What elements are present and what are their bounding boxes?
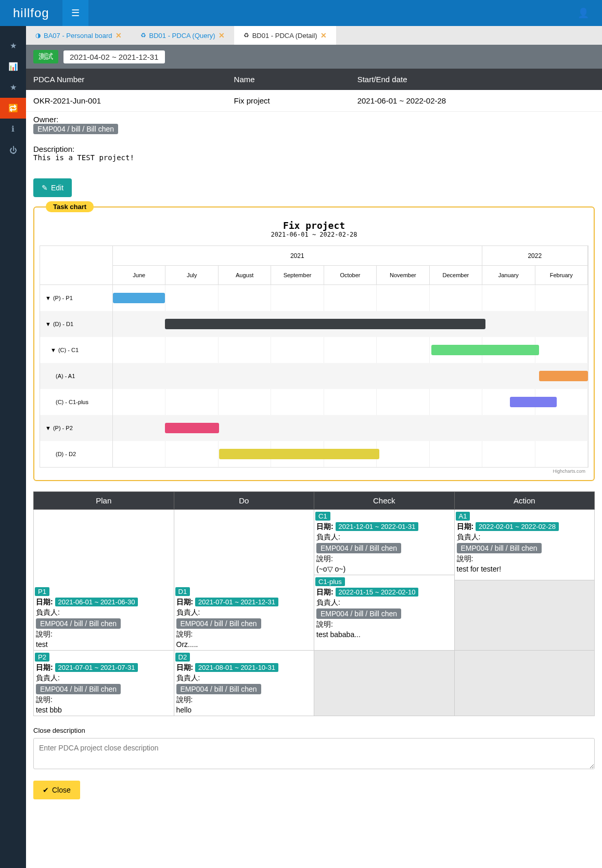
date-chip: 2022-01-15 ~ 2022-02-10 [336,588,419,597]
description-text: This is a TEST project! [33,153,595,162]
collapse-icon[interactable]: ▼ [45,321,51,327]
sidebar-retweet-icon[interactable]: 🔁 [0,98,26,119]
col-check: Check [314,492,455,510]
pdca-card: D2日期: 2021-08-01 ~ 2021-10-31負責人:EMP004 … [175,652,313,715]
recycle-icon: ♻ [244,32,249,39]
test-badge: 測試 [33,50,58,63]
month-label: January [482,266,535,284]
gantt-row-label[interactable]: ▼(P) - P2 [40,415,112,441]
gantt-bar[interactable] [539,371,588,381]
card-tag: D1 [175,587,190,596]
gantt-row [113,337,588,363]
year-2021: 2021 [113,246,482,265]
gantt-month-header: JuneJulyAugustSeptemberOctoberNovemberDe… [113,266,588,285]
cell-number: OKR-2021-Jun-001 [26,90,227,112]
main-content: ◑BA07 - Personal board✕ ♻BD01 - PDCA (Qu… [26,26,602,868]
gantt-row-label[interactable]: (A) - A1 [40,363,112,389]
month-label: June [113,266,165,284]
card-tag: P2 [35,653,49,662]
tabs-row: ◑BA07 - Personal board✕ ♻BD01 - PDCA (Qu… [26,26,602,45]
sidebar-info-icon[interactable]: ℹ [0,119,26,139]
close-description-input[interactable] [33,738,595,769]
pie-icon: ◑ [35,32,41,39]
gantt-row [113,441,588,467]
close-section: Close description [33,726,595,771]
month-label: October [324,266,377,284]
close-icon[interactable]: ✕ [116,31,122,40]
pdca-card: C1日期: 2021-12-01 ~ 2022-01-31負責人:EMP004 … [314,510,454,575]
date-chip: 2021-08-01 ~ 2021-10-31 [195,663,278,672]
owner-chip: EMP004 / bill / Bill chen [316,608,401,619]
year-2022: 2022 [482,246,588,265]
collapse-icon[interactable]: ▼ [50,347,56,353]
gantt-chart: ▼(P) - P1▼(D) - D1▼(C) - C1(A) - A1(C) -… [40,245,588,468]
gantt-bar[interactable] [431,345,539,355]
month-label: November [377,266,429,284]
pdca-card: P1日期: 2021-06-01 ~ 2021-06-30負責人:EMP004 … [35,586,173,649]
gantt-row [113,389,588,415]
cell-action-2 [454,651,595,716]
edit-button[interactable]: ✎Edit [33,178,72,197]
gantt-bar[interactable] [165,423,219,433]
cell-name: Fix project [227,90,350,112]
date-chip: 2021-12-01 ~ 2022-01-31 [336,522,419,531]
close-icon[interactable]: ✕ [321,31,327,40]
sidebar-dashboard-icon[interactable]: 📊 [0,56,26,77]
card-desc: test bababa... [315,630,453,639]
card-desc: test for tester! [456,564,594,574]
sidebar-star-icon[interactable]: ★ [0,35,26,56]
sidebar-power-icon[interactable]: ⏻ [0,139,26,160]
col-do: Do [174,492,314,510]
collapse-icon[interactable]: ▼ [45,295,51,301]
gantt-row-label[interactable]: ▼(P) - P1 [40,285,112,311]
brand-logo: hillfog [0,6,62,20]
card-desc: Orz..... [175,640,313,649]
card-tag: P1 [35,587,49,596]
top-bar: hillfog ☰ 👤 [0,0,602,26]
collapse-icon[interactable]: ▼ [45,425,51,431]
gantt-bar[interactable] [219,449,379,459]
gantt-bar[interactable] [510,397,557,407]
cell-plan-2: P2日期: 2021-07-01 ~ 2021-07-31負責人:EMP004 … [34,651,174,716]
card-desc: hello [175,705,313,715]
tab-pdca-detail[interactable]: ♻BD01 - PDCA (Detail)✕ [234,26,336,45]
gantt-row-label[interactable]: (C) - C1-plus [40,389,112,415]
chart-title: Fix project [40,220,588,231]
tab-personal-board[interactable]: ◑BA07 - Personal board✕ [26,26,131,45]
sidebar-star2-icon[interactable]: ★ [0,77,26,98]
gantt-row [113,311,588,337]
close-icon[interactable]: ✕ [219,31,225,40]
col-plan: Plan [34,492,174,510]
gantt-bar[interactable] [165,319,485,329]
gantt-row [113,363,588,389]
card-desc: (~o▽ o~) [315,564,453,574]
col-dates: Start/End date [350,69,602,90]
pdca-card: A1日期: 2022-02-01 ~ 2022-02-28負責人:EMP004 … [455,510,595,580]
card-desc: test bbb [35,705,173,715]
close-label: Close description [33,727,85,734]
gantt-row [113,285,588,311]
owner-label: Owner: [33,115,595,124]
card-tag: C1 [315,512,330,521]
highcharts-credit[interactable]: Highcharts.com [40,468,588,475]
pdca-card: P2日期: 2021-07-01 ~ 2021-07-31負責人:EMP004 … [35,652,173,715]
owner-chip: EMP004 / bill / Bill chen [36,684,121,694]
date-chip: 2021-07-01 ~ 2021-07-31 [55,663,138,672]
gantt-row [113,415,588,441]
tab-pdca-query[interactable]: ♻BD01 - PDCA (Query)✕ [131,26,234,45]
gantt-row-label[interactable]: ▼(C) - C1 [40,337,112,363]
close-button[interactable]: ✔Close [33,781,80,799]
gantt-row-label[interactable]: ▼(D) - D1 [40,311,112,337]
task-chart: Task chart Fix project 2021-06-01 ~ 2022… [33,206,595,481]
detail-table: PDCA Number Name Start/End date OKR-2021… [26,69,602,112]
chart-subtitle: 2021-06-01 ~ 2022-02-28 [40,231,588,238]
month-label: July [165,266,218,284]
gantt-bar[interactable] [113,293,165,303]
task-chart-badge: Task chart [46,201,94,212]
menu-toggle-button[interactable]: ☰ [62,0,88,26]
card-tag: C1-plus [315,577,345,586]
owner-chip: EMP004 / bill / Bill chen [457,543,542,553]
gantt-row-label[interactable]: (D) - D2 [40,441,112,467]
user-icon[interactable]: 👤 [578,7,602,19]
sub-header: 測試 2021-04-02 ~ 2021-12-31 [26,45,602,69]
